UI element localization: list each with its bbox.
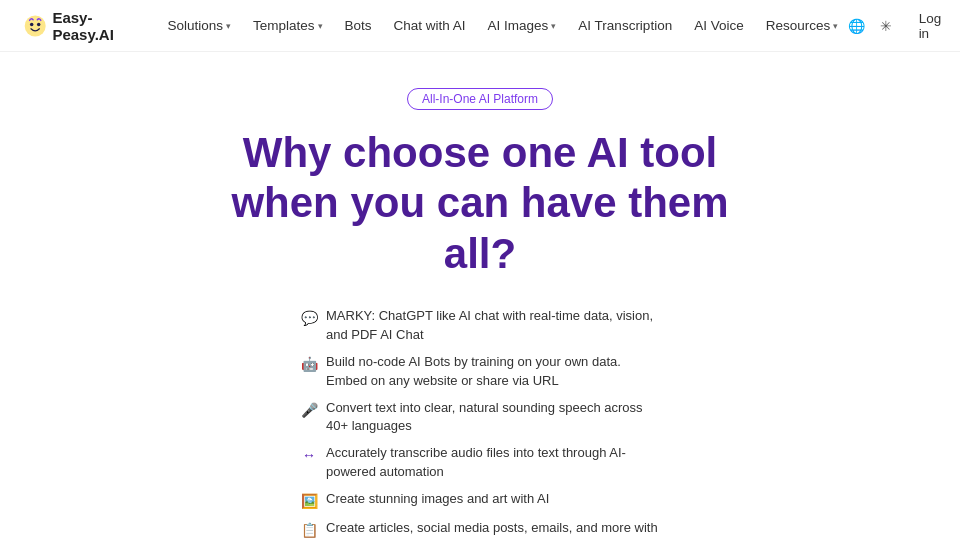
language-icon[interactable]: 🌐 (846, 12, 867, 40)
svg-point-0 (25, 15, 46, 36)
chevron-down-icon: ▾ (318, 21, 323, 31)
nav-solutions[interactable]: Solutions ▾ (159, 12, 239, 39)
settings-icon[interactable]: ✳ (875, 12, 896, 40)
svg-point-1 (30, 22, 34, 26)
chevron-down-icon: ▾ (226, 21, 231, 31)
list-item: 📋 Create articles, social media posts, e… (300, 519, 660, 540)
nav-ai-images[interactable]: AI Images ▾ (480, 12, 565, 39)
tools-icon: 📋 (300, 520, 318, 540)
voice-icon: 🎤 (300, 400, 318, 420)
chevron-down-icon: ▾ (551, 21, 556, 31)
list-item: 🎤 Convert text into clear, natural sound… (300, 399, 660, 437)
nav-links: Solutions ▾ Templates ▾ Bots Chat with A… (159, 12, 846, 39)
nav-voice[interactable]: AI Voice (686, 12, 752, 39)
login-button[interactable]: Log in (905, 5, 960, 47)
nav-bots[interactable]: Bots (337, 12, 380, 39)
chat-icon: 💬 (300, 308, 318, 328)
nav-templates[interactable]: Templates ▾ (245, 12, 331, 39)
hero-title: Why choose one AI tool when you can have… (231, 128, 728, 279)
list-item: 🤖 Build no-code AI Bots by training on y… (300, 353, 660, 391)
svg-point-2 (37, 22, 41, 26)
bot-icon: 🤖 (300, 354, 318, 374)
list-item: 🖼️ Create stunning images and art with A… (300, 490, 660, 511)
nav-resources[interactable]: Resources ▾ (758, 12, 847, 39)
platform-badge: All-In-One AI Platform (407, 88, 553, 110)
image-icon: 🖼️ (300, 491, 318, 511)
list-item: ↔️ Accurately transcribe audio files int… (300, 444, 660, 482)
transcription-icon: ↔️ (300, 445, 318, 465)
list-item: 💬 MARKY: ChatGPT like AI chat with real-… (300, 307, 660, 345)
logo-text: Easy-Peasy.AI (52, 9, 123, 43)
chevron-down-icon: ▾ (833, 21, 838, 31)
logo[interactable]: Easy-Peasy.AI (24, 9, 123, 43)
nav-transcription[interactable]: AI Transcription (570, 12, 680, 39)
nav-chat[interactable]: Chat with AI (386, 12, 474, 39)
main-nav: Easy-Peasy.AI Solutions ▾ Templates ▾ Bo… (0, 0, 960, 52)
nav-right: 🌐 ✳ Log in Sign up (846, 4, 960, 48)
hero-section: All-In-One AI Platform Why choose one AI… (0, 52, 960, 540)
features-list: 💬 MARKY: ChatGPT like AI chat with real-… (300, 307, 660, 540)
